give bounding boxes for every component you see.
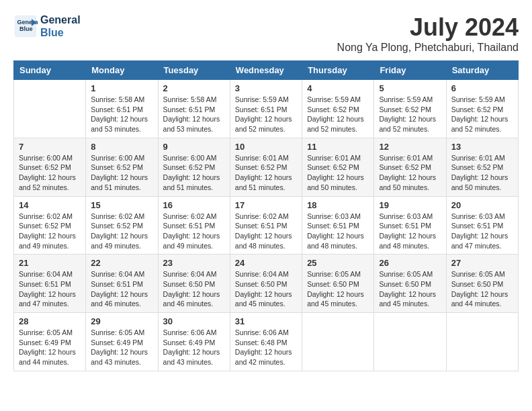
day-info: Sunrise: 6:04 AM Sunset: 6:50 PM Dayligh… xyxy=(163,269,225,309)
day-number: 22 xyxy=(91,258,152,268)
day-cell: 21Sunrise: 6:04 AM Sunset: 6:51 PM Dayli… xyxy=(14,255,86,313)
day-number: 29 xyxy=(91,316,152,326)
day-info: Sunrise: 6:01 AM Sunset: 6:52 PM Dayligh… xyxy=(307,153,369,193)
day-number: 27 xyxy=(451,258,513,268)
day-cell: 2Sunrise: 5:58 AM Sunset: 6:51 PM Daylig… xyxy=(158,80,230,138)
day-cell: 13Sunrise: 6:01 AM Sunset: 6:52 PM Dayli… xyxy=(446,138,518,196)
day-cell: 23Sunrise: 6:04 AM Sunset: 6:50 PM Dayli… xyxy=(158,255,230,313)
day-cell: 8Sunrise: 6:00 AM Sunset: 6:52 PM Daylig… xyxy=(86,138,158,196)
day-number: 6 xyxy=(451,83,513,93)
day-number: 12 xyxy=(379,142,441,152)
day-number: 26 xyxy=(379,258,441,268)
day-number: 8 xyxy=(91,142,152,152)
week-row-5: 28Sunrise: 6:05 AM Sunset: 6:49 PM Dayli… xyxy=(14,313,519,371)
day-info: Sunrise: 5:58 AM Sunset: 6:51 PM Dayligh… xyxy=(163,95,225,134)
day-info: Sunrise: 6:05 AM Sunset: 6:50 PM Dayligh… xyxy=(451,269,513,309)
day-cell xyxy=(374,313,446,371)
day-cell: 27Sunrise: 6:05 AM Sunset: 6:50 PM Dayli… xyxy=(446,255,518,313)
day-cell: 17Sunrise: 6:02 AM Sunset: 6:51 PM Dayli… xyxy=(230,196,302,255)
day-info: Sunrise: 6:03 AM Sunset: 6:51 PM Dayligh… xyxy=(451,212,513,251)
day-info: Sunrise: 5:59 AM Sunset: 6:52 PM Dayligh… xyxy=(379,95,441,134)
header-wednesday: Wednesday xyxy=(230,61,302,80)
day-info: Sunrise: 6:01 AM Sunset: 6:52 PM Dayligh… xyxy=(451,153,513,193)
day-info: Sunrise: 6:04 AM Sunset: 6:50 PM Dayligh… xyxy=(235,269,297,309)
day-cell: 1Sunrise: 5:58 AM Sunset: 6:51 PM Daylig… xyxy=(86,80,158,138)
day-cell: 20Sunrise: 6:03 AM Sunset: 6:51 PM Dayli… xyxy=(446,196,518,255)
day-number: 21 xyxy=(19,258,81,268)
logo-icon: General Blue xyxy=(13,14,38,38)
day-cell xyxy=(14,80,86,138)
week-row-3: 14Sunrise: 6:02 AM Sunset: 6:52 PM Dayli… xyxy=(14,196,519,255)
day-number: 15 xyxy=(91,200,152,210)
day-cell: 12Sunrise: 6:01 AM Sunset: 6:52 PM Dayli… xyxy=(374,138,446,196)
day-info: Sunrise: 6:00 AM Sunset: 6:52 PM Dayligh… xyxy=(91,153,152,193)
day-info: Sunrise: 6:00 AM Sunset: 6:52 PM Dayligh… xyxy=(19,153,81,193)
day-cell: 22Sunrise: 6:04 AM Sunset: 6:51 PM Dayli… xyxy=(86,255,158,313)
day-cell: 29Sunrise: 6:05 AM Sunset: 6:49 PM Dayli… xyxy=(86,313,158,371)
day-number: 16 xyxy=(163,200,225,210)
day-cell: 14Sunrise: 6:02 AM Sunset: 6:52 PM Dayli… xyxy=(14,196,86,255)
logo-subtext: Blue xyxy=(40,26,81,39)
day-info: Sunrise: 6:02 AM Sunset: 6:52 PM Dayligh… xyxy=(19,212,81,251)
day-number: 19 xyxy=(379,200,441,210)
day-info: Sunrise: 6:03 AM Sunset: 6:51 PM Dayligh… xyxy=(379,212,441,251)
day-info: Sunrise: 6:02 AM Sunset: 6:51 PM Dayligh… xyxy=(235,212,297,251)
day-cell: 3Sunrise: 5:59 AM Sunset: 6:51 PM Daylig… xyxy=(230,80,302,138)
calendar-table: SundayMondayTuesdayWednesdayThursdayFrid… xyxy=(13,60,519,371)
week-row-4: 21Sunrise: 6:04 AM Sunset: 6:51 PM Dayli… xyxy=(14,255,519,313)
header-saturday: Saturday xyxy=(446,61,518,80)
week-row-1: 1Sunrise: 5:58 AM Sunset: 6:51 PM Daylig… xyxy=(14,80,519,138)
day-number: 4 xyxy=(307,83,369,93)
day-number: 13 xyxy=(451,142,513,152)
day-info: Sunrise: 5:59 AM Sunset: 6:52 PM Dayligh… xyxy=(451,95,513,134)
day-info: Sunrise: 5:59 AM Sunset: 6:51 PM Dayligh… xyxy=(235,95,297,134)
location: Nong Ya Plong, Phetchaburi, Thailand xyxy=(337,42,519,54)
day-info: Sunrise: 6:06 AM Sunset: 6:48 PM Dayligh… xyxy=(235,328,297,367)
day-info: Sunrise: 5:59 AM Sunset: 6:52 PM Dayligh… xyxy=(307,95,369,134)
calendar-header-row: SundayMondayTuesdayWednesdayThursdayFrid… xyxy=(14,61,519,80)
month-year: July 2024 xyxy=(337,13,519,42)
day-cell: 15Sunrise: 6:02 AM Sunset: 6:52 PM Dayli… xyxy=(86,196,158,255)
day-number: 2 xyxy=(163,83,225,93)
day-cell: 11Sunrise: 6:01 AM Sunset: 6:52 PM Dayli… xyxy=(302,138,374,196)
day-number: 31 xyxy=(235,316,297,326)
logo-text: General xyxy=(40,13,81,26)
day-cell: 7Sunrise: 6:00 AM Sunset: 6:52 PM Daylig… xyxy=(14,138,86,196)
day-cell xyxy=(446,313,518,371)
day-cell: 24Sunrise: 6:04 AM Sunset: 6:50 PM Dayli… xyxy=(230,255,302,313)
day-number: 9 xyxy=(163,142,225,152)
day-cell: 30Sunrise: 6:06 AM Sunset: 6:49 PM Dayli… xyxy=(158,313,230,371)
day-number: 10 xyxy=(235,142,297,152)
day-info: Sunrise: 6:04 AM Sunset: 6:51 PM Dayligh… xyxy=(91,269,152,309)
day-info: Sunrise: 6:06 AM Sunset: 6:49 PM Dayligh… xyxy=(163,328,225,367)
logo: General Blue General Blue xyxy=(13,13,81,39)
day-info: Sunrise: 6:05 AM Sunset: 6:49 PM Dayligh… xyxy=(19,328,81,367)
day-number: 3 xyxy=(235,83,297,93)
day-info: Sunrise: 6:01 AM Sunset: 6:52 PM Dayligh… xyxy=(235,153,297,193)
day-info: Sunrise: 6:05 AM Sunset: 6:50 PM Dayligh… xyxy=(379,269,441,309)
day-cell: 25Sunrise: 6:05 AM Sunset: 6:50 PM Dayli… xyxy=(302,255,374,313)
day-number: 28 xyxy=(19,316,81,326)
header-thursday: Thursday xyxy=(302,61,374,80)
day-info: Sunrise: 6:05 AM Sunset: 6:49 PM Dayligh… xyxy=(91,328,152,367)
day-cell: 28Sunrise: 6:05 AM Sunset: 6:49 PM Dayli… xyxy=(14,313,86,371)
day-cell: 19Sunrise: 6:03 AM Sunset: 6:51 PM Dayli… xyxy=(374,196,446,255)
day-number: 11 xyxy=(307,142,369,152)
svg-text:Blue: Blue xyxy=(19,26,33,32)
day-info: Sunrise: 6:00 AM Sunset: 6:52 PM Dayligh… xyxy=(163,153,225,193)
day-info: Sunrise: 6:05 AM Sunset: 6:50 PM Dayligh… xyxy=(307,269,369,309)
day-number: 14 xyxy=(19,200,81,210)
day-info: Sunrise: 6:03 AM Sunset: 6:51 PM Dayligh… xyxy=(307,212,369,251)
day-cell: 9Sunrise: 6:00 AM Sunset: 6:52 PM Daylig… xyxy=(158,138,230,196)
day-info: Sunrise: 6:02 AM Sunset: 6:51 PM Dayligh… xyxy=(163,212,225,251)
header-tuesday: Tuesday xyxy=(158,61,230,80)
day-number: 18 xyxy=(307,200,369,210)
day-info: Sunrise: 6:01 AM Sunset: 6:52 PM Dayligh… xyxy=(379,153,441,193)
day-number: 5 xyxy=(379,83,441,93)
day-info: Sunrise: 6:02 AM Sunset: 6:52 PM Dayligh… xyxy=(91,212,152,251)
day-info: Sunrise: 6:04 AM Sunset: 6:51 PM Dayligh… xyxy=(19,269,81,309)
day-number: 30 xyxy=(163,316,225,326)
week-row-2: 7Sunrise: 6:00 AM Sunset: 6:52 PM Daylig… xyxy=(14,138,519,196)
header-sunday: Sunday xyxy=(14,61,86,80)
day-cell: 6Sunrise: 5:59 AM Sunset: 6:52 PM Daylig… xyxy=(446,80,518,138)
